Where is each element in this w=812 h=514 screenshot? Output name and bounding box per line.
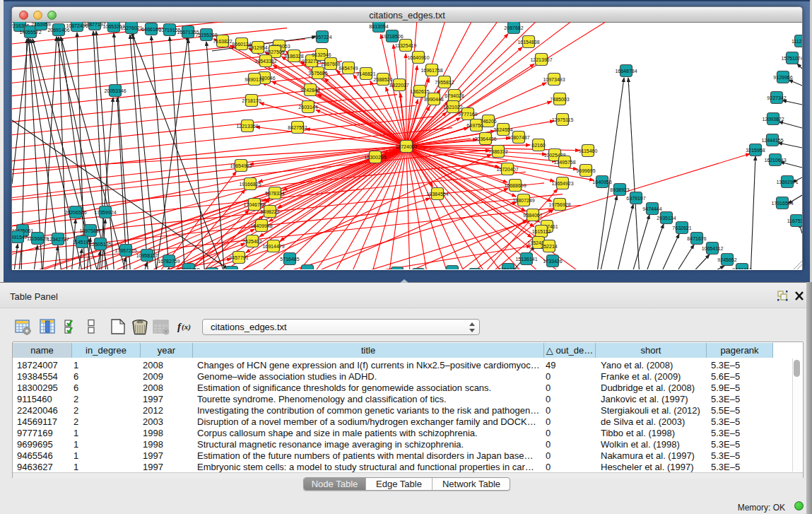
svg-text:7485003: 7485003 <box>550 97 569 102</box>
svg-text:9474444: 9474444 <box>642 206 661 211</box>
svg-text:9227342: 9227342 <box>767 95 786 100</box>
svg-text:10654112: 10654112 <box>702 246 724 251</box>
svg-text:7625402: 7625402 <box>242 239 261 244</box>
svg-text:20691406: 20691406 <box>47 28 69 33</box>
svg-text:16409948: 16409948 <box>250 223 272 228</box>
svg-text:19166825: 19166825 <box>239 182 261 187</box>
svg-text:7632621: 7632621 <box>672 226 691 230</box>
svg-text:5716485: 5716485 <box>280 257 299 262</box>
svg-text:2935134: 2935134 <box>657 216 676 221</box>
svg-text:3624554: 3624554 <box>493 127 512 132</box>
svg-text:13692971: 13692971 <box>776 180 798 185</box>
svg-text:9327505: 9327505 <box>265 49 284 54</box>
svg-text:16782759: 16782759 <box>158 259 180 264</box>
svg-text:746206: 746206 <box>480 119 496 124</box>
svg-text:9356124: 9356124 <box>298 269 317 270</box>
svg-text:9129966: 9129966 <box>773 75 792 80</box>
svg-text:2163959: 2163959 <box>31 22 50 27</box>
svg-text:9391547: 9391547 <box>12 235 28 240</box>
svg-text:17957225: 17957225 <box>114 248 136 253</box>
svg-text:1733426: 1733426 <box>543 259 562 264</box>
svg-text:12923468: 12923468 <box>177 267 199 270</box>
svg-text:3215958: 3215958 <box>746 148 765 153</box>
svg-text:2718170: 2718170 <box>242 98 261 103</box>
svg-text:9699695: 9699695 <box>576 168 595 173</box>
svg-text:10973493: 10973493 <box>543 77 565 82</box>
svg-text:19384554: 19384554 <box>426 192 448 197</box>
svg-text:10807487: 10807487 <box>507 135 529 140</box>
svg-text:6379197: 6379197 <box>626 196 645 201</box>
svg-text:9132546: 9132546 <box>312 52 331 57</box>
svg-text:252214: 252214 <box>541 244 557 249</box>
svg-text:7357224: 7357224 <box>312 35 331 40</box>
svg-text:9890173: 9890173 <box>245 77 264 82</box>
svg-text:9777169: 9777169 <box>458 112 477 117</box>
svg-text:7386372: 7386372 <box>488 149 507 154</box>
svg-text:17046786: 17046786 <box>243 202 265 207</box>
svg-text:12505135: 12505135 <box>89 242 111 247</box>
svg-text:19654982: 19654982 <box>230 163 252 168</box>
svg-text:1615112: 1615112 <box>532 229 551 234</box>
svg-text:5498222: 5498222 <box>260 209 279 214</box>
svg-text:19756928: 19756928 <box>548 202 570 207</box>
svg-text:1640953: 1640953 <box>592 180 611 185</box>
svg-text:9474412: 9474412 <box>732 267 751 270</box>
svg-text:17016504: 17016504 <box>771 201 793 206</box>
svg-text:3675685: 3675685 <box>308 71 327 76</box>
svg-text:20053346: 20053346 <box>104 88 126 93</box>
svg-text:16648784: 16648784 <box>615 69 637 74</box>
svg-text:1362615: 1362615 <box>410 89 429 94</box>
svg-text:18724007: 18724007 <box>395 144 417 149</box>
svg-text:7163822: 7163822 <box>213 39 232 44</box>
svg-text:5878334: 5878334 <box>265 191 284 196</box>
svg-text:16154838: 16154838 <box>517 40 539 45</box>
svg-text:2087682: 2087682 <box>504 25 523 30</box>
svg-text:10975887: 10975887 <box>79 228 101 233</box>
svg-text:16914479: 16914479 <box>262 244 284 249</box>
svg-text:8186328: 8186328 <box>284 54 303 59</box>
svg-text:8990448: 8990448 <box>424 97 443 102</box>
svg-text:11325419: 11325419 <box>395 43 417 48</box>
svg-text:8454749: 8454749 <box>339 66 358 71</box>
svg-text:12975115: 12975115 <box>552 117 574 122</box>
svg-text:12213967: 12213967 <box>530 57 552 62</box>
svg-text:1167533: 1167533 <box>787 218 802 223</box>
svg-text:15751074: 15751074 <box>781 56 802 61</box>
svg-text:11156829: 11156829 <box>27 236 48 241</box>
svg-text:12342737: 12342737 <box>47 237 69 242</box>
svg-text:16640910: 16640910 <box>407 55 429 60</box>
svg-text:9457791: 9457791 <box>229 255 248 260</box>
svg-text:10235874: 10235874 <box>441 269 463 270</box>
svg-text:16961758: 16961758 <box>420 68 442 73</box>
svg-text:7955812: 7955812 <box>435 80 454 85</box>
svg-text:9115460: 9115460 <box>579 148 598 153</box>
svg-text:62160: 62160 <box>531 143 546 148</box>
svg-text:75155268: 75155268 <box>195 33 217 37</box>
svg-text:15136141: 15136141 <box>515 257 537 262</box>
svg-text:2867608: 2867608 <box>321 62 340 66</box>
svg-text:6794028: 6794028 <box>445 93 464 98</box>
svg-text:(x): (x) <box>182 322 191 332</box>
svg-text:15720407: 15720407 <box>496 167 518 172</box>
svg-text:9245652: 9245652 <box>717 257 736 262</box>
svg-text:8322037: 8322037 <box>389 83 408 88</box>
svg-text:10543382: 10543382 <box>254 59 276 64</box>
svg-text:8938923: 8938923 <box>610 187 629 192</box>
svg-text:20206526: 20206526 <box>64 210 86 215</box>
svg-text:16210643: 16210643 <box>764 158 786 163</box>
svg-text:12213369: 12213369 <box>236 124 258 129</box>
svg-text:13495758: 13495758 <box>553 160 575 165</box>
svg-text:10688609: 10688609 <box>504 183 526 188</box>
svg-text:8356219: 8356219 <box>498 267 517 270</box>
svg-text:12444155: 12444155 <box>761 138 783 143</box>
svg-text:2588520: 2588520 <box>373 77 392 82</box>
svg-text:1621022: 1621022 <box>443 105 462 110</box>
svg-text:18300295: 18300295 <box>364 155 386 160</box>
svg-text:1112325: 1112325 <box>792 39 802 44</box>
svg-text:8813054: 8813054 <box>369 24 388 29</box>
svg-text:19218506: 19218506 <box>381 34 403 39</box>
svg-text:10958117: 10958117 <box>136 253 158 258</box>
svg-text:17359924: 17359924 <box>94 210 116 215</box>
svg-text:12093872: 12093872 <box>762 117 784 122</box>
svg-text:8427552: 8427552 <box>288 125 307 130</box>
